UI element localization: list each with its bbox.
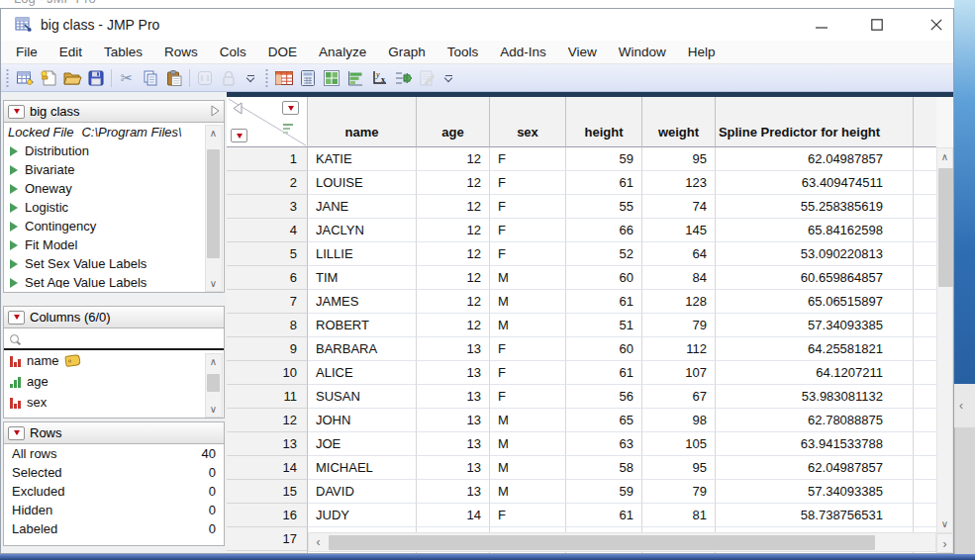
cell-spline-predictor[interactable]: 58.738756531 [716,504,914,527]
column-list-mini-icon[interactable] [283,123,295,138]
cell-sex[interactable]: F [490,361,566,385]
script-item[interactable]: Contingency [4,217,204,235]
cell-name[interactable]: SUSAN [308,385,417,409]
cell-spline-predictor[interactable]: 65.84162598 [716,219,914,242]
cell-height[interactable]: 60 [566,266,642,290]
cell-weight[interactable]: 81 [642,504,716,527]
row-number[interactable]: 14 [227,456,308,480]
cell-weight[interactable]: 95 [642,456,716,480]
script-item[interactable]: Set Age Value Labels [4,273,204,288]
cell-age[interactable]: 13 [417,456,490,480]
cell-spline-predictor[interactable]: 63.409474511 [716,171,914,195]
menu-window[interactable]: Window [608,42,677,62]
row-number[interactable]: 1 [227,147,308,171]
cell-age[interactable]: 13 [417,432,490,456]
cell-spline-predictor[interactable]: 57.34093385 [716,480,914,504]
row-number[interactable]: 6 [227,266,308,290]
cell-age[interactable]: 13 [417,409,490,432]
cell-sex[interactable]: M [490,480,566,504]
menu-rows[interactable]: Rows [153,42,209,62]
cell-weight[interactable]: 79 [642,480,716,504]
cell-height[interactable]: 56 [566,385,642,409]
cell-age[interactable]: 12 [417,242,490,266]
cell-sex[interactable]: F [490,171,566,195]
cell-name[interactable]: KATIE [308,147,417,171]
cell-spline-predictor[interactable]: 57.34093385 [716,314,914,337]
save-icon[interactable] [84,67,108,89]
row-number[interactable]: 12 [227,409,308,432]
cell-name[interactable]: JOHN [308,409,417,432]
red-triangle-menu-icon[interactable] [8,426,25,440]
maximize-button[interactable] [860,13,894,37]
column-item-age[interactable]: age [4,371,204,392]
cell-sex[interactable]: M [490,266,566,290]
cell-age[interactable]: 12 [417,171,490,195]
cell-name[interactable]: JANE [308,195,417,219]
cell-age[interactable]: 12 [417,147,490,171]
column-header-age[interactable]: age [417,97,490,147]
row-number[interactable]: 11 [227,385,308,409]
row-number[interactable]: 5 [227,242,308,266]
tabulate-icon[interactable] [296,67,320,89]
cell-weight[interactable]: 112 [642,337,716,361]
cell-sex[interactable]: M [490,314,566,337]
cell-age[interactable]: 13 [417,385,490,409]
scroll-up-icon[interactable]: ∧ [937,149,952,164]
cell-name[interactable]: ROBERT [308,314,417,337]
close-button[interactable] [920,13,953,37]
cell-weight[interactable]: 67 [642,385,716,409]
cell-age[interactable]: 13 [417,361,490,385]
paste-icon[interactable] [162,67,186,89]
menu-edit[interactable]: Edit [49,42,93,62]
new-journal-icon[interactable] [37,67,60,89]
cell-weight[interactable]: 98 [642,409,716,432]
column-header-sex[interactable]: sex [490,97,566,147]
row-number[interactable]: 2 [227,171,308,195]
vertical-scrollbar[interactable]: ∧ ∨ [936,147,953,533]
window-layout-icon[interactable] [320,67,343,89]
cell-weight[interactable]: 84 [642,266,716,290]
cell-weight[interactable]: 64 [642,242,716,266]
cell-weight[interactable]: 79 [642,314,716,337]
cell-height[interactable]: 58 [566,456,642,480]
data-table-icon[interactable] [272,67,296,89]
script-item[interactable]: Logistic [4,198,204,217]
cell-age[interactable]: 14 [417,504,490,527]
cell-age[interactable]: 12 [417,266,490,290]
column-header-name[interactable]: name [308,97,417,147]
cell-name[interactable]: BARBARA [308,337,417,361]
cell-weight[interactable]: 105 [642,432,716,456]
cell-name[interactable]: LOUISE [308,171,417,195]
fit-y-by-x-icon[interactable]: yx [367,67,391,89]
cell-height[interactable]: 59 [566,480,642,504]
menu-cols[interactable]: Cols [209,42,257,62]
scroll-down-icon[interactable]: ∨ [206,402,221,417]
open-file-icon[interactable] [60,67,84,89]
scroll-down-icon[interactable]: ∨ [937,516,952,531]
column-search-input[interactable] [25,330,177,346]
cell-name[interactable]: JOE [308,432,417,456]
scroll-right-icon[interactable]: › [936,533,953,553]
cell-name[interactable]: DAVID [308,480,417,504]
cell-height[interactable]: 61 [566,290,642,314]
scroll-down-icon[interactable]: ∨ [206,276,221,291]
cell-sex[interactable]: F [490,147,566,171]
menu-tables[interactable]: Tables [93,42,153,62]
scroll-left-icon[interactable]: ‹ [310,533,327,551]
scrollbar-thumb[interactable] [938,168,953,287]
rows-red-triangle-icon[interactable] [231,129,247,142]
menu-add-ins[interactable]: Add-Ins [489,42,557,62]
graph-builder-icon[interactable] [343,67,367,89]
menu-help[interactable]: Help [677,42,727,62]
scroll-up-icon[interactable]: ∧ [206,354,221,369]
cell-weight[interactable]: 74 [642,195,716,219]
cell-name[interactable]: JAMES [308,290,417,314]
minimize-button[interactable] [805,13,838,37]
menu-file[interactable]: File [5,42,49,62]
cell-name[interactable]: ALICE [308,361,417,385]
cell-sex[interactable]: F [490,385,566,409]
row-number[interactable]: 15 [227,480,308,504]
cell-weight[interactable]: 145 [642,219,716,242]
cell-age[interactable]: 13 [417,480,490,504]
cell-height[interactable]: 59 [566,147,642,171]
